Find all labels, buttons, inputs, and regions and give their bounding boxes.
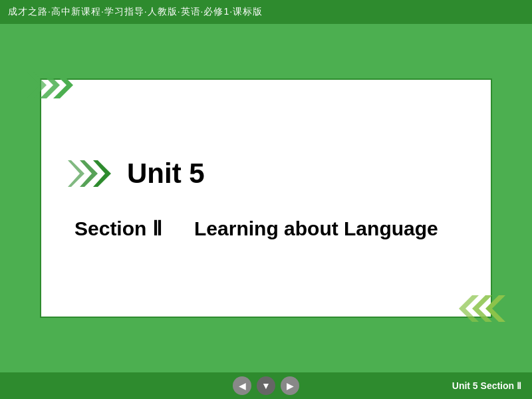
footer-info: Unit 5 Section Ⅱ — [452, 380, 521, 391]
svg-marker-6 — [68, 160, 84, 187]
decoration-bottom-right — [446, 289, 505, 331]
nav-prev-button[interactable]: ◀ — [233, 376, 251, 395]
nav-home-button[interactable]: ▼ — [257, 376, 275, 395]
footer-bar: ◀ ▼ ▶ Unit 5 Section Ⅱ — [0, 372, 532, 399]
unit-title: Unit 5 — [127, 158, 205, 190]
section-subtitle: Learning about Language — [194, 217, 438, 239]
svg-marker-5 — [485, 295, 505, 322]
section-label: Section Ⅱ — [74, 217, 162, 239]
content-card: Unit 5 Section Ⅱ Learning about Language — [40, 78, 492, 318]
main-area: Unit 5 Section Ⅱ Learning about Language — [0, 24, 532, 372]
header-title: 成才之路·高中新课程·学习指导·人教版·英语·必修1·课标版 — [8, 6, 263, 18]
unit-title-row: Unit 5 — [68, 157, 464, 190]
decoration-top-left — [27, 65, 86, 108]
footer-navigation: ◀ ▼ ▶ — [181, 376, 351, 395]
section-line: Section Ⅱ Learning about Language — [74, 217, 464, 240]
svg-marker-0 — [27, 72, 47, 98]
unit-chevrons — [68, 157, 118, 190]
header-bar: 成才之路·高中新课程·学习指导·人教版·英语·必修1·课标版 — [0, 0, 532, 24]
nav-next-button[interactable]: ▶ — [281, 376, 299, 395]
